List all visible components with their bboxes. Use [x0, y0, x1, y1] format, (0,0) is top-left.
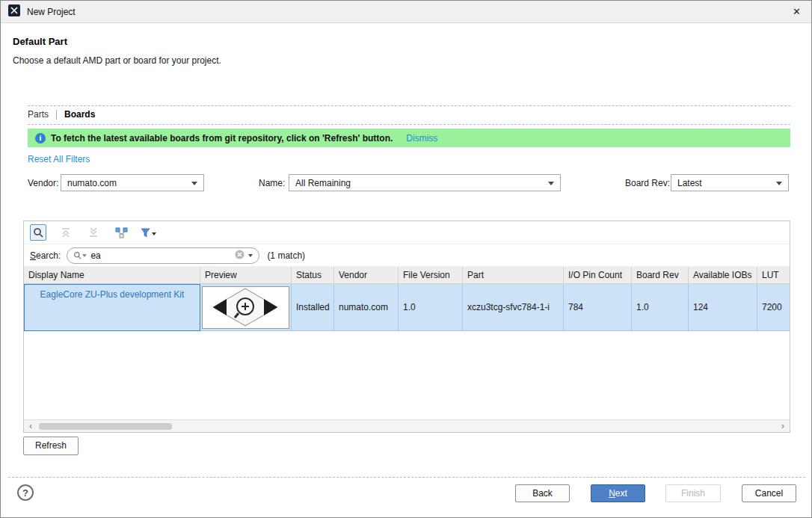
tab-separator	[56, 110, 57, 120]
title-bar: New Project ✕	[1, 1, 811, 23]
name-value: All Remaining	[295, 178, 351, 188]
table-empty-area	[24, 331, 790, 419]
back-button[interactable]: Back	[515, 484, 570, 502]
expand-all-icon	[88, 227, 99, 238]
column-header-io-pin-count[interactable]: I/O Pin Count	[564, 267, 632, 283]
divider-top	[28, 105, 790, 106]
tab-boards[interactable]: Boards	[64, 109, 95, 120]
dismiss-link[interactable]: Dismiss	[406, 133, 437, 144]
column-header-display-name[interactable]: Display Name	[24, 267, 200, 283]
vendor-label: Vendor:	[28, 178, 58, 188]
board-rev-select[interactable]: Latest	[671, 174, 789, 191]
cell-preview	[200, 284, 292, 331]
divider-tabs	[28, 124, 790, 125]
board-zoom-preview-icon	[203, 287, 288, 327]
vendor-select[interactable]: numato.com	[61, 174, 204, 191]
search-options-chevron-icon[interactable]	[82, 254, 87, 257]
new-project-dialog: New Project ✕ Default Part Choose a defa…	[0, 0, 812, 518]
board-preview-thumbnail	[202, 286, 289, 329]
collapse-all-button[interactable]	[58, 224, 74, 241]
page-subtitle: Choose a default AMD part or board for y…	[13, 55, 221, 66]
search-toggle-button[interactable]	[30, 224, 46, 241]
tab-parts[interactable]: Parts	[28, 109, 49, 120]
group-by-button[interactable]	[113, 224, 129, 241]
scrollbar-thumb[interactable]	[39, 423, 172, 430]
cell-vendor: numato.com	[334, 284, 399, 331]
column-header-vendor[interactable]: Vendor	[334, 267, 399, 283]
table-row[interactable]: EagleCore ZU-Plus development Kit Instal…	[24, 284, 790, 331]
match-count: (1 match)	[267, 250, 305, 261]
refresh-button[interactable]: Refresh	[23, 437, 79, 455]
banner-message: To fetch the latest available boards fro…	[51, 133, 393, 144]
horizontal-scrollbar[interactable]: ‹ ›	[24, 419, 790, 432]
name-select[interactable]: All Remaining	[289, 174, 561, 191]
column-header-part[interactable]: Part	[463, 267, 564, 283]
cell-lut: 7200	[757, 284, 790, 331]
search-icon	[73, 251, 81, 259]
chevron-down-icon	[191, 182, 197, 185]
board-rev-value: Latest	[677, 178, 702, 188]
chevron-down-icon	[776, 182, 782, 185]
cell-board-rev: 1.0	[632, 284, 689, 331]
clear-search-button[interactable]	[235, 250, 244, 262]
cell-file-version: 1.0	[399, 284, 463, 331]
search-icon	[33, 227, 43, 238]
column-header-available-iobs[interactable]: Available IOBs	[689, 267, 757, 283]
name-label: Name:	[259, 178, 285, 188]
tab-bar: Parts Boards	[28, 109, 95, 120]
vendor-value: numato.com	[67, 178, 117, 188]
expand-all-button[interactable]	[85, 224, 102, 241]
finish-button[interactable]: Finish	[665, 484, 721, 502]
window-title: New Project	[27, 7, 76, 17]
search-text-field[interactable]	[90, 250, 235, 261]
cell-display-name: EagleCore ZU-Plus development Kit	[24, 284, 200, 331]
info-icon: i	[35, 133, 46, 144]
next-button[interactable]: Next	[591, 484, 645, 502]
chevron-down-icon	[548, 182, 554, 185]
clear-icon	[235, 250, 244, 259]
cell-status: Installed	[292, 284, 334, 331]
scroll-right-arrow-icon[interactable]: ›	[778, 421, 788, 431]
column-header-status[interactable]: Status	[292, 267, 334, 283]
column-header-board-rev[interactable]: Board Rev	[632, 267, 689, 283]
column-header-lut[interactable]: LUT	[757, 267, 790, 283]
close-icon[interactable]: ✕	[793, 7, 801, 16]
collapse-all-icon	[61, 227, 71, 238]
table-toolbar	[24, 221, 790, 244]
chevron-down-icon	[152, 232, 156, 235]
cell-io-pin-count: 784	[564, 284, 632, 331]
divider-footer	[8, 477, 805, 478]
cancel-button[interactable]: Cancel	[742, 484, 796, 502]
search-history-chevron-icon[interactable]	[248, 254, 253, 257]
vivado-app-icon	[8, 4, 20, 19]
search-label: Search:	[30, 250, 61, 261]
cell-part: xczu3tcg-sfvc784-1-i	[463, 284, 564, 331]
column-header-file-version[interactable]: File Version	[399, 267, 463, 283]
filter-funnel-icon	[141, 228, 150, 238]
boards-table-panel: Search: (1 match) Display Name Preview S…	[23, 221, 790, 433]
column-header-preview[interactable]: Preview	[200, 267, 292, 283]
info-banner: i To fetch the latest available boards f…	[28, 129, 790, 147]
table-header-row: Display Name Preview Status Vendor File …	[24, 267, 790, 284]
reset-all-filters-link[interactable]: Reset All Filters	[28, 154, 90, 164]
help-button[interactable]: ?	[17, 484, 34, 501]
page-title: Default Part	[13, 36, 67, 47]
search-input[interactable]	[67, 247, 259, 264]
filter-button[interactable]	[141, 228, 156, 238]
scroll-left-arrow-icon[interactable]: ‹	[25, 421, 36, 431]
cell-available-iobs: 124	[689, 284, 757, 331]
board-rev-label: Board Rev:	[625, 178, 670, 188]
group-by-icon	[115, 227, 128, 238]
search-row: Search: (1 match)	[24, 244, 790, 267]
